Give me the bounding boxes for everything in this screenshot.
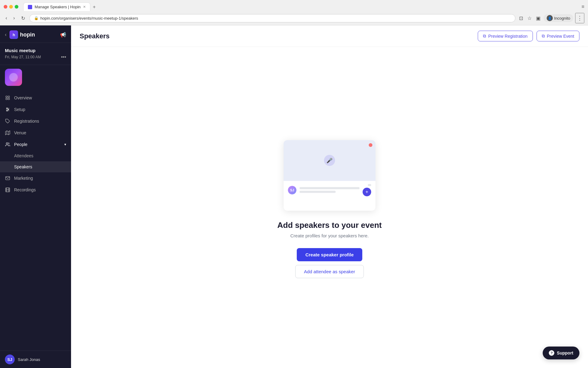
minimize-window-button[interactable] (9, 5, 13, 9)
svg-point-7 (6, 108, 7, 109)
tag-icon (5, 118, 10, 124)
mail-icon (5, 175, 10, 181)
sliders-icon (5, 107, 10, 112)
sidebar-back-button[interactable]: ‹ (5, 32, 6, 37)
users-icon (5, 142, 10, 147)
sidebar-item-label: People (14, 142, 28, 147)
svg-point-8 (8, 109, 9, 110)
support-button[interactable]: ? Support (543, 347, 579, 359)
traffic-lights (4, 5, 18, 9)
sidebar-footer: SJ Sarah Jonas (0, 351, 71, 368)
browser-toolbar: ‹ › ↻ 🔒 hopin.com/organisers/events/musi… (0, 11, 588, 25)
browser-chrome: Manage Speakers | Hopin ✕ + ≡ ‹ › ↻ 🔒 ho… (0, 0, 588, 25)
empty-state-title: Add speakers to your event (277, 220, 382, 230)
speakers-illustration: 🎤 SJ + (274, 137, 385, 211)
hopin-logo-icon: h (9, 30, 18, 39)
sidebar-item-registrations[interactable]: Registrations (0, 115, 71, 127)
lock-icon: 🔒 (34, 16, 39, 20)
avatar-image: SJ (288, 186, 296, 194)
incognito-label: Incognito (554, 16, 570, 21)
bookmark-icon[interactable]: ☆ (526, 14, 533, 22)
name-line (300, 187, 360, 189)
new-tab-button[interactable]: + (90, 3, 98, 11)
sidebar-item-attendees[interactable]: Attendees (0, 150, 71, 161)
event-avatar-area (0, 65, 71, 90)
empty-state-subtitle: Create profiles for your speakers here. (290, 233, 369, 238)
close-window-button[interactable] (4, 5, 7, 9)
sidebar-header: ‹ h hopin 📢 (0, 25, 71, 43)
tab-close-button[interactable]: ✕ (83, 5, 86, 9)
main-content: Speakers ⧉ Preview Registration ⧉ Previe… (71, 25, 588, 368)
sidebar: ‹ h hopin 📢 Music meetup Fri, May 27, 11… (0, 25, 71, 368)
user-name: Sarah Jonas (18, 357, 40, 362)
support-icon: ? (549, 350, 554, 356)
sidebar-item-label: Speakers (14, 164, 32, 169)
event-more-button[interactable]: ••• (61, 54, 66, 60)
empty-state: 🎤 SJ + (71, 47, 588, 368)
svg-rect-0 (6, 96, 7, 98)
event-date: Fri, May 27, 11:00 AM (5, 55, 41, 59)
sidebar-item-label: Recordings (14, 187, 36, 192)
event-avatar-preview (5, 69, 22, 86)
sidebar-item-label: Overview (14, 95, 32, 100)
external-link-icon: ⧉ (483, 33, 486, 39)
toolbar-icons: ⊡ ☆ ▣ 👤 Incognito ⋮ (518, 13, 584, 23)
placeholder-line (368, 184, 371, 186)
fullscreen-window-button[interactable] (15, 5, 18, 9)
topbar: Speakers ⧉ Preview Registration ⧉ Previe… (71, 25, 588, 47)
svg-marker-11 (6, 131, 10, 135)
svg-point-9 (6, 110, 7, 111)
sidebar-item-label: Setup (14, 107, 25, 112)
topbar-actions: ⧉ Preview Registration ⧉ Preview Event (478, 31, 579, 41)
reload-button[interactable]: ↻ (19, 14, 27, 22)
page-title: Speakers (80, 32, 110, 40)
svg-rect-2 (6, 98, 7, 100)
avatar-inner (9, 73, 18, 82)
user-initials: SJ (7, 357, 12, 362)
map-icon (5, 130, 10, 136)
window-menu-icon: ≡ (582, 4, 584, 10)
svg-rect-3 (8, 98, 9, 100)
recording-dot (369, 143, 372, 147)
incognito-icon: 👤 (547, 15, 553, 21)
sidebar-toggle-icon[interactable]: ▣ (535, 14, 542, 22)
notification-button[interactable]: 📢 (60, 32, 66, 38)
cast-icon[interactable]: ⊡ (518, 14, 524, 22)
sidebar-item-speakers[interactable]: Speakers (0, 161, 71, 172)
sidebar-item-recordings[interactable]: Recordings (0, 184, 71, 196)
tab-favicon (28, 5, 32, 9)
back-button[interactable]: ‹ (4, 14, 9, 22)
hopin-logo: h hopin (9, 30, 35, 39)
forward-button[interactable]: › (11, 14, 17, 22)
nav-section: Overview Setup Registrations Venue (0, 90, 71, 198)
create-speaker-profile-button[interactable]: Create speaker profile (297, 248, 362, 261)
tab-title: Manage Speakers | Hopin (35, 5, 81, 9)
address-bar[interactable]: 🔒 hopin.com/organisers/events/music-meet… (29, 14, 516, 22)
browser-menu-button[interactable]: ⋮ (575, 13, 584, 23)
add-icon: + (363, 188, 371, 196)
sidebar-item-label: Attendees (14, 153, 33, 158)
add-attendee-as-speaker-button[interactable]: Add attendee as speaker (295, 265, 364, 278)
sidebar-item-label: Registrations (14, 119, 39, 124)
app-layout: ‹ h hopin 📢 Music meetup Fri, May 27, 11… (0, 25, 588, 368)
event-info: Music meetup Fri, May 27, 11:00 AM ••• (0, 43, 71, 65)
mic-circle: 🎤 (324, 155, 335, 166)
incognito-badge: 👤 Incognito (544, 14, 573, 22)
sidebar-item-label: Venue (14, 130, 26, 135)
film-icon (5, 187, 10, 193)
illustration-bottom: SJ + (284, 181, 375, 199)
active-tab[interactable]: Manage Speakers | Hopin ✕ (23, 2, 90, 11)
sidebar-item-marketing[interactable]: Marketing (0, 172, 71, 184)
sidebar-item-overview[interactable]: Overview (0, 92, 71, 104)
preview-registration-button[interactable]: ⧉ Preview Registration (478, 31, 533, 41)
speaker-info-lines (300, 187, 360, 193)
illustration-avatar: SJ (288, 186, 296, 194)
sidebar-item-label: Marketing (14, 176, 33, 181)
sidebar-item-setup[interactable]: Setup (0, 104, 71, 115)
user-avatar: SJ (5, 355, 15, 364)
preview-event-button[interactable]: ⧉ Preview Event (537, 31, 579, 41)
mic-icon: 🎤 (326, 158, 333, 163)
sidebar-item-venue[interactable]: Venue (0, 127, 71, 139)
illustration-card: 🎤 SJ + (284, 140, 375, 211)
sidebar-item-people[interactable]: People ▾ (0, 139, 71, 150)
